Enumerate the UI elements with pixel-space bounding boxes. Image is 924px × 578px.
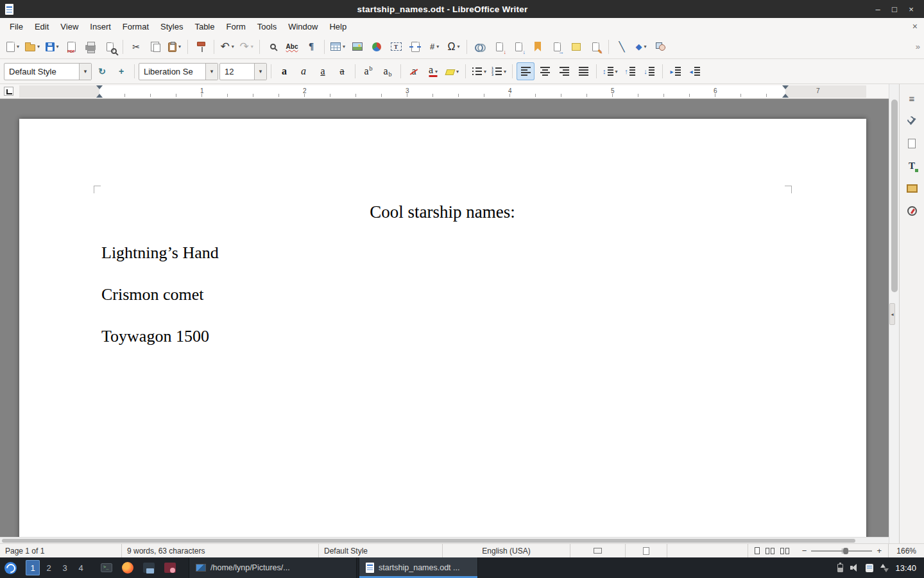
multi-page-view-button[interactable]	[766, 548, 774, 554]
bullet-list-button[interactable]	[470, 62, 488, 80]
align-left-button[interactable]	[517, 62, 535, 80]
formatting-marks-button[interactable]: ¶	[302, 38, 320, 56]
numbered-list-button[interactable]	[490, 62, 508, 80]
decrease-indent-button[interactable]: ◂	[686, 62, 704, 80]
insert-chart-button[interactable]	[368, 38, 386, 56]
toolbar-overflow-button[interactable]: »	[916, 42, 920, 51]
horizontal-ruler[interactable]: 1 2 3 4 5 6 7	[19, 85, 866, 98]
insert-image-button[interactable]	[348, 38, 366, 56]
clear-formatting-button[interactable]: a	[405, 62, 423, 80]
zoom-level[interactable]: 166%	[888, 544, 924, 557]
export-pdf-button[interactable]: PDF	[62, 38, 80, 56]
workspace-1-button[interactable]: 1	[26, 560, 40, 575]
font-size-combo[interactable]: 12 ▾	[219, 63, 267, 80]
insert-bookmark-button[interactable]	[529, 38, 547, 56]
undo-button[interactable]: ↶	[218, 38, 236, 56]
applications-menu-button[interactable]	[0, 557, 21, 578]
insert-field-button[interactable]: #	[425, 38, 443, 56]
workspace-2-button[interactable]: 2	[42, 560, 56, 575]
cut-button[interactable]: ✂	[127, 38, 145, 56]
sidebar-properties-button[interactable]	[903, 112, 921, 130]
clone-formatting-button[interactable]	[192, 38, 210, 56]
zoom-out-button[interactable]: −	[802, 546, 807, 556]
print-button[interactable]	[81, 38, 99, 56]
left-indent-marker[interactable]	[96, 94, 103, 98]
document-page[interactable]: Cool starship names: Lightning’s Hand Cr…	[19, 119, 866, 537]
italic-button[interactable]: a	[295, 62, 312, 80]
find-replace-button[interactable]	[264, 38, 282, 56]
new-document-button[interactable]	[4, 38, 22, 56]
clock[interactable]: 13:40	[895, 563, 916, 573]
insert-text-box-button[interactable]: T	[387, 38, 405, 56]
menu-help[interactable]: Help	[323, 19, 352, 34]
selection-mode-status[interactable]	[570, 544, 626, 557]
menu-edit[interactable]: Edit	[29, 19, 55, 34]
paste-button[interactable]	[166, 38, 184, 56]
menu-format[interactable]: Format	[117, 19, 155, 34]
insert-cross-reference-button[interactable]: →	[548, 38, 566, 56]
new-style-button[interactable]: +	[112, 62, 130, 80]
zoom-in-button[interactable]: +	[877, 546, 882, 556]
page-style-status[interactable]: Default Style	[319, 544, 443, 557]
book-view-button[interactable]	[780, 548, 789, 554]
minimize-button[interactable]: –	[871, 3, 884, 15]
sidebar-navigator-button[interactable]	[903, 202, 921, 220]
menu-file[interactable]: File	[4, 19, 29, 34]
print-preview-button[interactable]	[101, 38, 119, 56]
open-button[interactable]	[23, 38, 42, 56]
show-draw-functions-button[interactable]	[651, 38, 669, 56]
insert-table-button[interactable]	[329, 38, 347, 56]
document-modified-status[interactable]	[626, 544, 667, 557]
line-spacing-button[interactable]: ↕	[601, 62, 620, 80]
sidebar-settings-button[interactable]: ≡	[903, 89, 921, 107]
word-count-status[interactable]: 9 words, 63 characters	[122, 544, 319, 557]
update-style-button[interactable]: ↻	[93, 62, 111, 80]
right-indent-marker[interactable]	[782, 94, 789, 98]
menu-view[interactable]: View	[55, 19, 84, 34]
superscript-button[interactable]: ab	[359, 62, 377, 80]
taskbar-window-pictures[interactable]: /home/lynp/Pictures/...	[189, 557, 357, 578]
menu-window[interactable]: Window	[282, 19, 323, 34]
spelling-button[interactable]: Abc	[283, 38, 301, 56]
workspace-3-button[interactable]: 3	[58, 560, 72, 575]
align-center-button[interactable]	[536, 62, 554, 80]
battery-icon[interactable]	[837, 564, 843, 572]
bold-button[interactable]: a	[275, 62, 293, 80]
language-status[interactable]: English (USA)	[443, 544, 570, 557]
zoom-slider[interactable]	[811, 550, 872, 552]
horizontal-scrollbar[interactable]	[0, 537, 889, 543]
single-page-view-button[interactable]	[755, 547, 760, 554]
align-justify-button[interactable]	[574, 62, 592, 80]
font-name-combo[interactable]: Liberation Se ▾	[139, 63, 218, 80]
tab-stop-selector[interactable]	[4, 87, 13, 96]
paragraph-style-combo[interactable]: Default Style ▾	[4, 63, 92, 80]
first-line-indent-marker[interactable]	[96, 85, 103, 89]
network-icon[interactable]	[880, 564, 888, 572]
firefox-launcher[interactable]	[119, 559, 136, 576]
save-button[interactable]	[43, 38, 61, 56]
insert-line-button[interactable]: ╲	[613, 38, 631, 56]
track-changes-button[interactable]: ✎	[586, 38, 604, 56]
insert-endnote-button[interactable]: ↓	[509, 38, 527, 56]
horizontal-scrollbar-thumb[interactable]	[2, 539, 855, 543]
file-manager-launcher[interactable]	[141, 559, 157, 576]
highlight-color-button[interactable]	[443, 62, 461, 80]
menu-styles[interactable]: Styles	[155, 19, 189, 34]
menu-form[interactable]: Form	[220, 19, 251, 34]
taskbar-window-writer[interactable]: startship_names.odt ...	[359, 557, 478, 578]
menu-tools[interactable]: Tools	[252, 19, 282, 34]
terminal-launcher[interactable]	[98, 559, 115, 576]
insert-comment-button[interactable]	[567, 38, 585, 56]
sidebar-gallery-button[interactable]	[903, 179, 921, 197]
insert-hyperlink-button[interactable]	[471, 38, 489, 56]
increase-indent-button[interactable]: ▸	[667, 62, 685, 80]
redo-button[interactable]: ↷	[237, 38, 255, 56]
insert-page-break-button[interactable]	[406, 38, 424, 56]
paragraph-style-dropdown-icon[interactable]: ▾	[79, 64, 91, 80]
font-color-button[interactable]: a	[424, 62, 442, 80]
font-name-dropdown-icon[interactable]: ▾	[205, 64, 218, 80]
zoom-slider-knob[interactable]	[843, 548, 848, 554]
underline-button[interactable]: a	[314, 62, 332, 80]
vertical-scrollbar-thumb[interactable]	[891, 100, 898, 292]
sidebar-page-button[interactable]	[903, 134, 921, 152]
